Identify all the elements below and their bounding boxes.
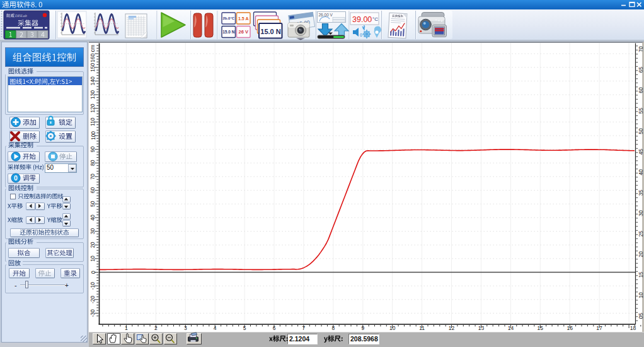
svg-text:65: 65 (638, 67, 644, 73)
svg-text:1: 1 (125, 325, 128, 331)
svg-text:05: 05 (638, 313, 644, 319)
svg-text:10: 10 (638, 292, 644, 298)
svg-text:60: 60 (638, 87, 644, 93)
svg-text:35: 35 (638, 190, 644, 196)
svg-text:150: 150 (90, 62, 96, 71)
svg-text:30: 30 (90, 228, 96, 235)
svg-text:50: 50 (47, 164, 54, 171)
svg-text:70: 70 (638, 46, 644, 52)
svg-text:15: 15 (638, 272, 644, 278)
svg-text:6: 6 (273, 325, 276, 331)
svg-text:45: 45 (638, 149, 644, 155)
svg-text:15: 15 (538, 325, 544, 331)
svg-text:+: + (65, 282, 69, 289)
svg-text:18: 18 (630, 325, 636, 331)
svg-text:100: 100 (90, 131, 96, 140)
svg-text:50: 50 (638, 128, 644, 134)
svg-text:30: 30 (638, 210, 644, 216)
svg-text:-20: -20 (90, 295, 96, 303)
svg-text:12: 12 (449, 325, 455, 331)
svg-text:40: 40 (638, 169, 644, 175)
svg-text:15.0 N: 15.0 N (260, 28, 280, 35)
svg-text:17: 17 (596, 325, 602, 331)
svg-text:-10: -10 (90, 282, 96, 290)
svg-text:40: 40 (90, 215, 96, 221)
svg-text:208.5968: 208.5968 (350, 335, 378, 343)
svg-text:130: 130 (90, 90, 96, 99)
svg-text:70: 70 (90, 174, 96, 180)
svg-text:20: 20 (90, 242, 96, 248)
svg-text:1.5 A: 1.5 A (238, 16, 248, 21)
svg-text:10: 10 (389, 325, 396, 331)
svg-text:14: 14 (508, 325, 514, 331)
svg-text:60: 60 (90, 187, 96, 194)
svg-text:160 cm: 160 cm (90, 45, 96, 62)
svg-text:20: 20 (638, 251, 644, 257)
svg-text:50: 50 (90, 201, 96, 207)
svg-text:7: 7 (302, 325, 306, 331)
svg-text:140: 140 (90, 76, 96, 85)
svg-text:39.00: 39.00 (352, 15, 372, 24)
svg-text:9: 9 (361, 325, 364, 331)
svg-text:16: 16 (566, 325, 573, 331)
svg-text:2b.0°C: 2b.0°C (222, 16, 234, 20)
svg-text:25: 25 (638, 231, 644, 237)
svg-text:-30: -30 (90, 309, 96, 317)
svg-text:5: 5 (243, 325, 246, 331)
svg-text:15.0 N: 15.0 N (222, 30, 234, 34)
svg-text:2.1204: 2.1204 (289, 335, 309, 343)
svg-text:8: 8 (332, 325, 335, 331)
svg-text:-: - (14, 281, 17, 289)
svg-text:DISLab: DISLab (14, 14, 27, 18)
svg-text:4: 4 (214, 325, 217, 331)
svg-text:120: 120 (90, 103, 96, 112)
svg-text:13: 13 (478, 325, 485, 331)
svg-text:90: 90 (90, 146, 96, 153)
svg-text:55: 55 (638, 108, 644, 114)
svg-text:26 V: 26 V (239, 29, 248, 35)
svg-text:°C: °C (372, 16, 378, 22)
svg-text:0: 0 (90, 271, 96, 274)
svg-text:80: 80 (90, 160, 96, 166)
svg-text:110: 110 (90, 117, 96, 126)
svg-text:3: 3 (184, 325, 187, 331)
svg-text:2: 2 (154, 325, 158, 331)
svg-text:0: 0 (14, 174, 18, 182)
svg-text:11: 11 (419, 325, 425, 331)
svg-text:0: 0 (360, 33, 362, 37)
svg-text:10: 10 (90, 256, 96, 262)
